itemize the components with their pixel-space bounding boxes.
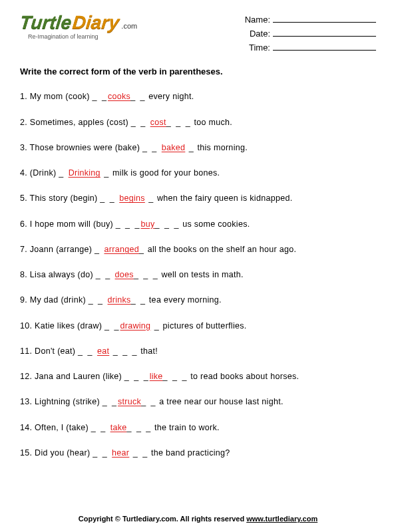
q-answer: take [110, 423, 127, 432]
q-answer: Drinking [69, 168, 100, 178]
q-pre: I hope mom will (buy) [30, 219, 116, 229]
worksheet-header: Turtle Diary .com Re-Imagination of lear… [20, 13, 376, 55]
q-dash-right: _ [185, 143, 194, 152]
q-answer: hear [112, 448, 129, 458]
q-answer: arranged [104, 245, 138, 254]
q-answer: drawing [120, 321, 151, 331]
q-dash-left: _ _ [89, 295, 108, 305]
questions-list: 1. My mom (cook) _ _cooks_ _ every night… [20, 91, 376, 458]
q-pre: Lightning (strike) [35, 397, 102, 406]
q-answer: cooks [108, 92, 130, 101]
q-number: 4. [20, 168, 27, 178]
q-pre: Did you (hear) [35, 448, 93, 458]
q-number: 9. [20, 295, 27, 305]
info-fields: Name: Date: Time: [245, 13, 376, 55]
question-item: 11. Don't (eat) _ _ eat _ _ _ that! [20, 346, 376, 356]
q-dash-left: _ _ [96, 270, 115, 279]
q-number: 6. [20, 219, 27, 229]
q-post: milk is good for your bones. [110, 168, 220, 178]
time-blank[interactable] [273, 42, 376, 51]
q-post: every night. [146, 92, 194, 101]
footer-link[interactable]: www.turtlediary.com [246, 515, 317, 523]
q-dash-right: _ _ [141, 397, 156, 406]
q-pre: Katie likes (draw) [35, 321, 104, 331]
q-number: 10. [20, 321, 32, 331]
q-dash-right: _ [145, 194, 154, 203]
q-dash-right: _ [139, 245, 145, 254]
q-dash-left: _ _ [78, 346, 97, 356]
question-item: 5. This story (begin) _ _ begins _ when … [20, 193, 376, 203]
q-pre: Often, I (take) [35, 423, 91, 432]
q-post: the train to work. [152, 423, 220, 432]
q-dash-right: _ _ _ [134, 270, 159, 279]
q-dash-left: _ _ [131, 118, 150, 127]
q-number: 7. [20, 245, 27, 254]
q-answer: like [150, 372, 163, 381]
q-dash-right: _ _ _ [166, 118, 192, 127]
question-item: 14. Often, I (take) _ _ take_ _ _ the tr… [20, 422, 376, 433]
q-number: 5. [20, 194, 27, 203]
q-dash-right: _ _ [130, 92, 146, 101]
q-pre: My mom (cook) [30, 92, 93, 101]
time-label: Time: [249, 43, 270, 53]
logo-suffix: .com [121, 22, 137, 30]
q-pre: Lisa always (do) [30, 270, 96, 279]
q-number: 2. [20, 118, 27, 127]
q-number: 8. [20, 270, 27, 279]
q-dash-left: _ _ [142, 143, 162, 152]
q-dash-right: _ _ _ [126, 423, 152, 432]
date-blank[interactable] [273, 28, 376, 37]
logo-part2: Diary [72, 13, 120, 32]
q-dash-left: _ _ _ [116, 219, 141, 229]
q-dash-left: _ _ [100, 194, 119, 203]
q-number: 3. [20, 143, 27, 152]
q-answer: baked [162, 143, 186, 152]
q-answer: buy [140, 219, 154, 229]
q-post: when the fairy queen is kidnapped. [154, 194, 292, 203]
question-item: 13. Lightning (strike) _ _struck_ _ a tr… [20, 396, 376, 407]
q-post: that! [138, 346, 158, 356]
q-dash-right: _ _ _ [163, 372, 188, 381]
q-answer: cost [150, 118, 166, 127]
q-dash-left: _ _ _ [124, 372, 150, 381]
q-number: 1. [20, 92, 27, 101]
footer: Copyright © Turtlediary.com. All rights … [0, 515, 396, 523]
q-post: us some cookies. [180, 219, 250, 229]
q-post: all the books on the shelf an hour ago. [145, 245, 296, 254]
q-dash-right: _ _ [129, 448, 148, 458]
question-item: 7. Joann (arrange) _ arranged_ all the b… [20, 244, 376, 255]
q-pre: Those brownies were (bake) [30, 143, 142, 152]
q-number: 13. [20, 397, 32, 406]
question-item: 9. My dad (drink) _ _ drinks_ _ tea ever… [20, 295, 376, 305]
q-dash-left: _ _ [93, 92, 108, 101]
q-post: the band practicing? [148, 448, 230, 458]
instruction: Write the correct form of the verb in pa… [20, 66, 376, 76]
q-post: too much. [192, 118, 232, 127]
question-item: 10. Katie likes (draw) _ _drawing _ pict… [20, 321, 376, 331]
name-blank[interactable] [273, 14, 376, 23]
q-dash-right: _ [100, 168, 110, 178]
q-pre: Jana and Lauren (like) [35, 372, 124, 381]
q-answer: drinks [108, 295, 131, 305]
q-post: tea every morning. [146, 295, 222, 305]
q-dash-left: _ _ [102, 397, 118, 406]
q-number: 15. [20, 448, 32, 458]
q-post: a tree near our house last night. [157, 397, 284, 406]
q-dash-left: _ _ [104, 321, 120, 331]
q-dash-right: _ _ _ [109, 346, 138, 356]
q-post: to read books about horses. [188, 372, 299, 381]
q-pre: (Drink) [30, 168, 59, 178]
date-label: Date: [250, 29, 270, 39]
footer-copyright: Copyright © Turtlediary.com. All rights … [79, 515, 246, 523]
q-dash-right: _ _ [131, 295, 146, 305]
q-answer: eat [97, 346, 109, 356]
question-item: 6. I hope mom will (buy) _ _ _buy_ _ _ u… [20, 219, 376, 229]
q-dash-left: _ _ [93, 448, 112, 458]
q-number: 11. [20, 346, 32, 356]
q-dash-left: _ _ [91, 423, 110, 432]
q-answer: begins [119, 194, 145, 203]
q-post: this morning. [195, 143, 248, 152]
question-item: 3. Those brownies were (bake) _ _ baked … [20, 142, 376, 153]
q-number: 14. [20, 423, 32, 432]
q-pre: Sometimes, apples (cost) [30, 118, 131, 127]
